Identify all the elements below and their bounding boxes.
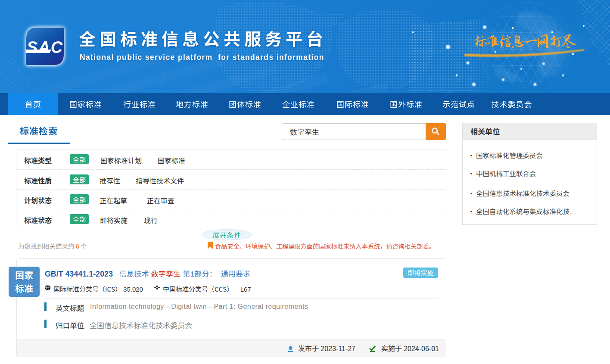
svg-text:SAC: SAC: [27, 38, 63, 56]
